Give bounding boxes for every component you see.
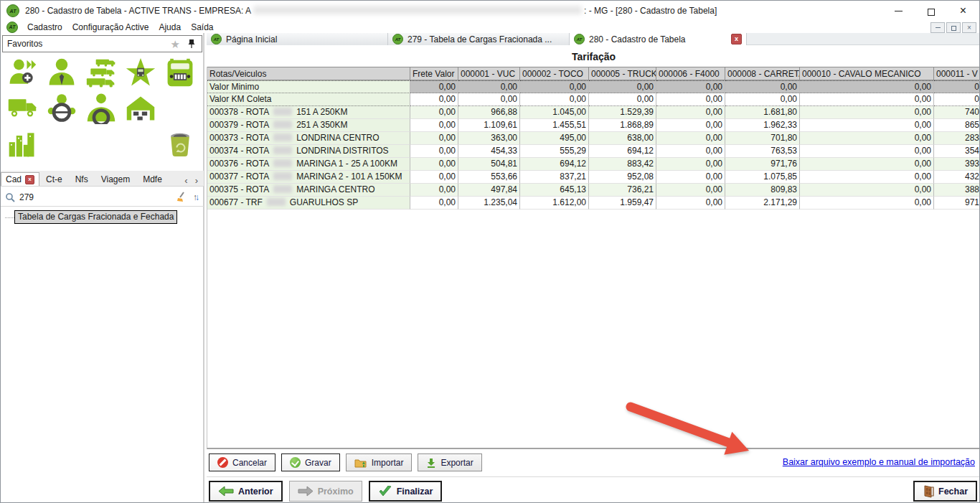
value-cell[interactable]: 740 [934,106,980,119]
value-cell[interactable]: 0,00 [800,119,934,132]
left-tab-viagem[interactable]: Viagem [95,172,136,186]
minimize-button[interactable] [882,1,915,21]
value-cell[interactable]: 1.681,80 [725,106,800,119]
value-cell[interactable]: 504,81 [458,158,520,171]
value-cell[interactable]: 0,00 [800,171,934,184]
column-header-rotas-veiculos[interactable]: Rotas/Veiculos [207,67,410,80]
value-cell[interactable]: 883,42 [589,158,656,171]
tab-close-icon[interactable] [25,175,34,184]
value-cell[interactable]: 865 [934,119,980,132]
save-button[interactable]: Gravar [281,453,340,471]
value-cell[interactable]: 966,88 [458,106,520,119]
value-cell[interactable]: 736,21 [589,184,656,197]
value-cell[interactable]: 1.045,00 [520,106,589,119]
column-header-000011-v[interactable]: 000011 - V [934,67,980,80]
value-cell[interactable]: 0,00 [458,93,520,106]
value-cell[interactable]: 354 [934,145,980,158]
menu-item-cadastro[interactable]: Cadastro [22,22,67,32]
value-cell[interactable]: 0,00 [410,106,458,119]
table-row[interactable]: 000378 - ROTA151 A 250KM0,00966,881.045,… [207,106,980,119]
value-cell[interactable]: 0,00 [520,93,589,106]
value-cell[interactable]: 809,83 [725,184,800,197]
route-cell[interactable]: 000379 - ROTA251 A 350KM [207,119,410,132]
value-cell[interactable]: 645,13 [520,184,589,197]
favorite-person-add-icon[interactable] [5,57,39,90]
value-cell[interactable]: 0 [934,80,980,93]
export-button[interactable]: Exportar [418,453,481,471]
value-cell[interactable]: 0,00 [725,80,800,93]
value-cell[interactable]: 363,00 [458,132,520,145]
value-cell[interactable]: 0,00 [656,184,725,197]
route-cell[interactable]: 000677 - TRFGUARULHOS SP [207,197,410,210]
tab-close-icon[interactable] [731,34,742,44]
value-cell[interactable]: 0,00 [410,132,458,145]
value-cell[interactable]: 388 [934,184,980,197]
value-cell[interactable]: 454,33 [458,145,520,158]
column-header-000006-f4000[interactable]: 000006 - F4000 [656,67,725,80]
close-button[interactable]: × [947,1,979,21]
route-cell[interactable]: 000377 - ROTAMARINGA 2 - 101 A 150KM [207,171,410,184]
finish-button[interactable]: Finalizar [369,481,443,502]
value-cell[interactable]: 971,76 [725,158,800,171]
favorite-warehouse-icon[interactable] [123,92,158,125]
value-cell[interactable]: 0,00 [410,184,458,197]
star-icon[interactable]: ★ [171,39,180,50]
scroll-left-icon[interactable]: ‹ [184,175,187,186]
sort-icon[interactable]: ↑↓ [193,192,199,202]
value-cell[interactable]: 0,00 [656,132,725,145]
search-row[interactable]: 279 ↑↓ [1,188,204,207]
value-cell[interactable]: 952,08 [589,171,656,184]
value-cell[interactable]: 0,00 [656,171,725,184]
tab-279-tabela-de-cargas-fracionada[interactable]: AT279 - Tabela de Cargas Fracionada ... [388,33,570,45]
value-cell[interactable]: 555,29 [520,145,589,158]
value-cell[interactable]: 0,00 [589,93,656,106]
column-header-000008-carreta[interactable]: 000008 - CARRETA [725,67,800,80]
tab-280-cadastro-de-tabela[interactable]: AT280 - Cadastro de Tabela [570,33,747,45]
value-cell[interactable]: 0,00 [458,80,520,93]
value-cell[interactable]: 1.868,89 [589,119,656,132]
value-cell[interactable]: 701,80 [725,132,800,145]
value-cell[interactable]: 0,00 [410,158,458,171]
table-row[interactable]: 000376 - ROTAMARINGA 1 - 25 A 100KM0,005… [207,158,980,171]
value-cell[interactable]: 0,00 [656,106,725,119]
favorite-truck-icon[interactable] [5,92,39,125]
mdi-close-button[interactable]: × [962,22,976,33]
favorite-client-icon[interactable] [44,57,79,90]
value-cell[interactable]: 0,00 [656,119,725,132]
row-label-cell[interactable]: Valor KM Coleta [207,93,410,106]
value-cell[interactable]: 432 [934,171,980,184]
route-cell[interactable]: 000374 - ROTALONDRINA DISTRITOS [207,145,410,158]
value-cell[interactable]: 0,00 [520,80,589,93]
value-cell[interactable]: 763,53 [725,145,800,158]
favorite-fleet-icon[interactable] [84,57,118,90]
cancel-button[interactable]: Cancelar [209,453,275,471]
favorite-driver-icon[interactable] [44,92,79,125]
route-cell[interactable]: 000376 - ROTAMARINGA 1 - 25 A 100KM [207,158,410,171]
value-cell[interactable]: 0,00 [656,197,725,210]
value-cell[interactable]: 0,00 [656,158,725,171]
value-cell[interactable]: 694,12 [520,158,589,171]
value-cell[interactable]: 0,00 [800,145,934,158]
value-cell[interactable]: 1.455,51 [520,119,589,132]
tree-item-selected[interactable]: Tabela de Cargas Fracionada e Fechada [14,210,177,224]
table-row[interactable]: Valor KM Coleta0,000,000,000,000,000,000… [207,93,980,106]
value-cell[interactable]: 0,00 [725,93,800,106]
value-cell[interactable]: 1.075,85 [725,171,800,184]
value-cell[interactable]: 0,00 [800,93,934,106]
left-tab-nfs[interactable]: Nfs [69,172,95,186]
value-cell[interactable]: 0 [934,93,980,106]
column-header-000002-toco[interactable]: 000002 - TOCO [520,67,589,80]
mdi-minimize-button[interactable] [930,22,945,33]
value-cell[interactable]: 0,00 [656,145,725,158]
favorite-company-icon[interactable] [5,127,39,160]
value-cell[interactable]: 0,00 [410,197,458,210]
table-row[interactable]: 000373 - ROTALONDRINA CENTRO0,00363,0049… [207,132,980,145]
table-row[interactable]: 000379 - ROTA251 A 350KM0,001.109,611.45… [207,119,980,132]
menu-item-configuracao-active[interactable]: Configuração Active [67,22,154,32]
value-cell[interactable]: 0,00 [410,145,458,158]
scroll-right-icon[interactable]: › [195,175,198,186]
column-header-000001-vuc[interactable]: 000001 - VUC [458,67,520,80]
value-cell[interactable]: 694,12 [589,145,656,158]
value-cell[interactable]: 495,00 [520,132,589,145]
left-tab-cad[interactable]: Cad [1,172,39,186]
